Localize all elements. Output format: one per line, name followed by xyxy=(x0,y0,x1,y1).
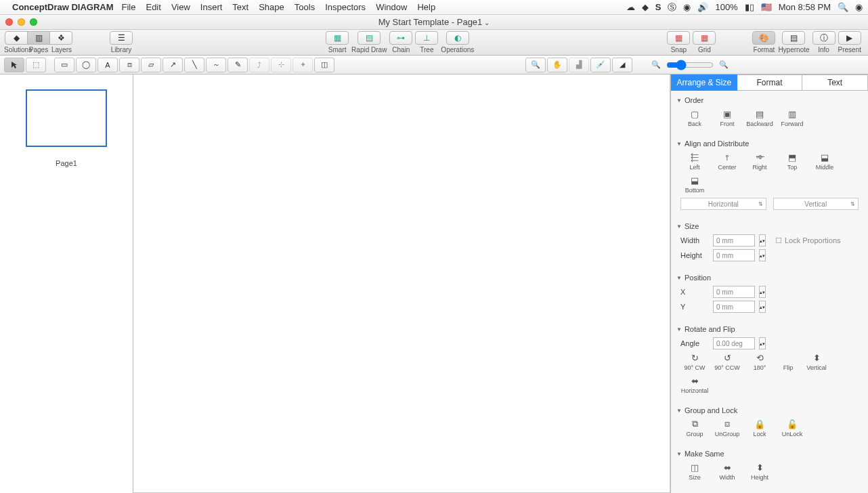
height-input[interactable] xyxy=(713,249,755,261)
same-height-button[interactable]: ⬍Height xyxy=(745,462,774,481)
rotate-ccw-button[interactable]: ↺90° CCW xyxy=(713,352,741,371)
battery-icon[interactable]: ▮▯ xyxy=(745,2,754,12)
page-thumbnail[interactable] xyxy=(26,89,107,147)
align-right-button[interactable]: ⬲Right xyxy=(745,152,774,171)
zoom-slider[interactable] xyxy=(666,60,714,70)
flag-icon[interactable]: 🇺🇸 xyxy=(761,2,772,12)
pen-tool[interactable]: ✎ xyxy=(227,58,248,72)
same-width-button[interactable]: ⬌Width xyxy=(713,462,741,481)
align-center-button[interactable]: ⫯Center xyxy=(713,152,741,171)
rapid-draw-button[interactable]: ▤ xyxy=(357,31,381,45)
menu-window[interactable]: Window xyxy=(376,2,407,12)
container-tool[interactable]: ◫ xyxy=(314,58,334,72)
close-button[interactable] xyxy=(5,18,13,26)
order-back-button[interactable]: ▢Back xyxy=(680,108,709,127)
hypernote-button[interactable]: ▤ xyxy=(782,31,805,45)
order-header[interactable]: ▼Order xyxy=(676,93,863,107)
pointer-tool[interactable] xyxy=(4,58,24,72)
operations-button[interactable]: ◐ xyxy=(446,31,469,45)
height-stepper[interactable]: ▴▾ xyxy=(759,249,766,261)
tab-format[interactable]: Format xyxy=(737,74,803,91)
solutions-button[interactable]: ◆ xyxy=(5,31,28,45)
diamond-icon[interactable]: ◆ xyxy=(642,2,649,12)
same-size-button[interactable]: ◫Size xyxy=(680,462,709,481)
eraser-tool[interactable]: ◢ xyxy=(612,58,632,72)
chain-button[interactable]: ⊶ xyxy=(389,31,412,45)
rotate-header[interactable]: ▼Rotate and Flip xyxy=(676,322,863,336)
minimize-button[interactable] xyxy=(18,18,25,26)
zoom-in-icon[interactable]: 🔍 xyxy=(719,60,729,69)
rotate-cw-button[interactable]: ↻90° CW xyxy=(680,352,709,371)
drawing-canvas[interactable] xyxy=(133,74,670,492)
menu-file[interactable]: File xyxy=(122,2,136,12)
snap-button[interactable]: ▦ xyxy=(667,31,690,45)
s-icon[interactable]: S xyxy=(655,2,661,12)
size-header[interactable]: ▼Size xyxy=(676,219,863,233)
format-button[interactable]: 🎨 xyxy=(752,31,775,45)
notification-icon[interactable]: ◉ xyxy=(855,2,863,12)
menu-insert[interactable]: Insert xyxy=(200,2,223,12)
skype-icon[interactable]: Ⓢ xyxy=(668,1,676,14)
menu-help[interactable]: Help xyxy=(417,2,435,12)
clock[interactable]: Mon 8:58 PM xyxy=(779,2,831,12)
text-tool[interactable]: A xyxy=(97,58,118,72)
present-button[interactable]: ▶ xyxy=(838,31,861,45)
position-header[interactable]: ▼Position xyxy=(676,271,863,284)
textbox-tool[interactable]: ⧈ xyxy=(119,58,139,72)
select-tool[interactable]: ⬚ xyxy=(26,58,46,72)
document-title[interactable]: My Start Template - Page1⌄ xyxy=(378,17,490,27)
ungroup-button[interactable]: ⧈UnGroup xyxy=(713,419,741,437)
x-input[interactable] xyxy=(713,286,755,298)
menu-text[interactable]: Text xyxy=(232,2,248,12)
anchor-tool[interactable]: ⊹ xyxy=(271,58,291,72)
y-input[interactable] xyxy=(713,301,755,313)
order-front-button[interactable]: ▣Front xyxy=(713,108,741,127)
align-bottom-button[interactable]: ⬓Bottom xyxy=(680,175,709,194)
align-left-button[interactable]: ⬱Left xyxy=(680,152,709,171)
tab-text[interactable]: Text xyxy=(802,74,868,91)
zoom-out-icon[interactable]: 🔍 xyxy=(651,60,661,69)
width-input[interactable] xyxy=(713,234,755,246)
distribute-vertical-select[interactable]: Vertical⇅ xyxy=(773,198,859,210)
callout-tool[interactable]: ▱ xyxy=(141,58,161,72)
width-stepper[interactable]: ▴▾ xyxy=(759,234,766,246)
library-button[interactable]: ☰ xyxy=(110,31,133,45)
eyedropper-tool[interactable]: 💉 xyxy=(590,58,611,72)
info-button[interactable]: ⓘ xyxy=(812,31,836,45)
tab-arrange-size[interactable]: Arrange & Size xyxy=(671,74,737,91)
menu-inspectors[interactable]: Inspectors xyxy=(325,2,366,12)
volume-icon[interactable]: 🔊 xyxy=(697,2,708,12)
rotate-180-button[interactable]: ⟲180° xyxy=(745,352,774,371)
menu-edit[interactable]: Edit xyxy=(146,2,160,12)
align-middle-button[interactable]: ⬓Middle xyxy=(810,152,839,171)
layers-button[interactable]: ❖ xyxy=(49,31,72,45)
wifi-icon[interactable]: ◉ xyxy=(683,2,691,12)
angle-input[interactable] xyxy=(713,337,755,349)
align-top-button[interactable]: ⬒Top xyxy=(778,152,806,171)
group-button[interactable]: ⧉Group xyxy=(680,419,709,437)
smart-button[interactable]: ▦ xyxy=(326,31,349,45)
node-tool[interactable]: ✦ xyxy=(292,58,313,72)
ellipse-tool[interactable]: ◯ xyxy=(76,58,96,72)
maximize-button[interactable] xyxy=(30,18,37,26)
menu-shape[interactable]: Shape xyxy=(259,2,284,12)
pan-tool[interactable]: ✋ xyxy=(547,58,567,72)
makesame-header[interactable]: ▼Make Same xyxy=(676,447,863,460)
order-forward-button[interactable]: ▥Forward xyxy=(778,108,806,127)
order-backward-button[interactable]: ▤Backward xyxy=(745,108,774,127)
menu-view[interactable]: View xyxy=(171,2,190,12)
spotlight-icon[interactable]: 🔍 xyxy=(838,2,848,12)
align-header[interactable]: ▼Align and Distribute xyxy=(676,137,863,150)
curve-tool[interactable]: ～ xyxy=(206,58,226,72)
group-header[interactable]: ▼Group and Lock xyxy=(676,404,863,417)
distribute-horizontal-select[interactable]: Horizontal⇅ xyxy=(680,198,766,210)
angle-stepper[interactable]: ▴▾ xyxy=(759,337,766,349)
grid-button[interactable]: ▦ xyxy=(693,31,716,45)
tree-button[interactable]: ⊥ xyxy=(415,31,438,45)
flip-vertical-button[interactable]: ⬍Vertical xyxy=(802,352,831,371)
lock-proportions-checkbox[interactable]: ☐ Lock Proportions xyxy=(775,236,841,245)
zoom-tool[interactable]: 🔍 xyxy=(525,58,546,72)
unlock-button[interactable]: 🔓UnLock xyxy=(778,419,806,437)
x-stepper[interactable]: ▴▾ xyxy=(759,286,766,298)
app-name[interactable]: ConceptDraw DIAGRAM xyxy=(12,2,114,12)
